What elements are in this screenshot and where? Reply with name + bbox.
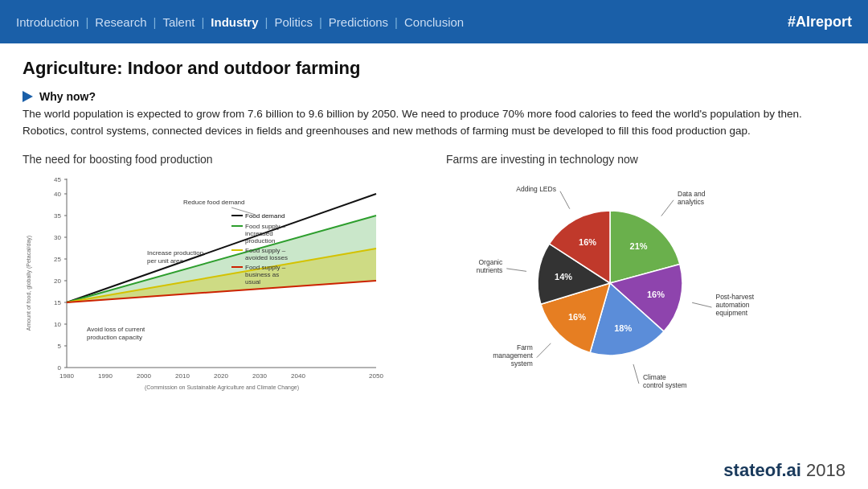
svg-text:business as: business as <box>245 271 279 278</box>
svg-text:2000: 2000 <box>137 372 151 380</box>
svg-text:2030: 2030 <box>252 372 267 380</box>
svg-text:control system: control system <box>642 381 686 389</box>
svg-text:10: 10 <box>54 321 61 328</box>
svg-text:usual: usual <box>245 278 260 286</box>
svg-text:2020: 2020 <box>214 372 228 380</box>
svg-text:production capacity: production capacity <box>87 334 142 341</box>
svg-text:14%: 14% <box>555 272 572 281</box>
svg-text:16%: 16% <box>567 312 585 322</box>
svg-text:0: 0 <box>58 364 62 372</box>
svg-text:nutrients: nutrients <box>476 266 502 274</box>
svg-text:2050: 2050 <box>369 372 383 380</box>
pie-chart: 21%Data andanalytics16%Post-harvestautom… <box>446 171 845 404</box>
svg-text:25: 25 <box>54 256 61 263</box>
page-title: Agriculture: Indoor and outdoor farming <box>23 58 845 79</box>
svg-text:Climate: Climate <box>642 373 665 381</box>
nav-politics[interactable]: Politics <box>274 15 313 29</box>
svg-text:45: 45 <box>54 176 61 183</box>
pie-chart-svg: 21%Data andanalytics16%Post-harvestautom… <box>449 175 843 400</box>
svg-text:Amount of food, globally (Peta: Amount of food, globally (Petacal/day) <box>26 236 32 331</box>
svg-text:avoided losses: avoided losses <box>245 254 288 261</box>
line-chart: 0 5 10 15 20 25 30 35 40 <box>23 171 422 404</box>
svg-text:18%: 18% <box>614 323 632 333</box>
main-content: Agriculture: Indoor and outdoor farming … <box>0 43 868 412</box>
line-chart-svg: 0 5 10 15 20 25 30 35 40 <box>23 171 408 400</box>
svg-line-80 <box>559 191 569 209</box>
nav-introduction[interactable]: Introduction <box>16 15 79 29</box>
svg-text:1990: 1990 <box>98 372 113 380</box>
svg-text:Food supply –: Food supply – <box>245 264 286 271</box>
svg-text:30: 30 <box>54 234 61 241</box>
svg-text:2010: 2010 <box>175 372 190 380</box>
svg-text:Food demand: Food demand <box>245 212 285 220</box>
charts-row: The need for boosting food production 0 … <box>23 153 845 404</box>
hashtag-brand: #AIreport <box>788 14 852 31</box>
svg-text:Food supply –: Food supply – <box>245 247 286 254</box>
svg-line-71 <box>536 343 551 358</box>
svg-text:5: 5 <box>58 343 62 350</box>
footer-brand: stateof.ai 2018 <box>723 460 845 481</box>
topbar: Introduction | Research | Talent | Indus… <box>0 0 868 43</box>
svg-text:analytics: analytics <box>678 198 704 206</box>
svg-text:Farm: Farm <box>516 343 532 351</box>
pie-chart-container: Farms are investing in technology now 21… <box>446 153 845 404</box>
why-now-label: Why now? <box>39 90 96 103</box>
svg-text:per unit area: per unit area <box>147 257 183 265</box>
svg-text:production: production <box>245 237 275 244</box>
svg-text:equipment: equipment <box>715 309 747 317</box>
nav-talent[interactable]: Talent <box>162 15 194 29</box>
svg-text:Data and: Data and <box>678 190 706 198</box>
svg-text:Post-harvest: Post-harvest <box>715 293 754 301</box>
line-chart-title: The need for boosting food production <box>23 153 422 166</box>
svg-text:21%: 21% <box>629 240 647 250</box>
svg-rect-50 <box>231 249 243 251</box>
svg-text:increased: increased <box>245 230 273 237</box>
nav-industry[interactable]: Industry <box>211 15 258 29</box>
line-chart-container: The need for boosting food production 0 … <box>23 153 422 404</box>
svg-line-67 <box>633 364 639 384</box>
svg-text:20: 20 <box>54 277 61 285</box>
svg-line-58 <box>661 200 673 216</box>
svg-text:Food supply –: Food supply – <box>245 223 286 230</box>
svg-text:16%: 16% <box>579 236 596 246</box>
svg-text:Reduce food demand: Reduce food demand <box>183 199 245 206</box>
nav-predictions[interactable]: Predictions <box>329 15 388 29</box>
svg-text:1980: 1980 <box>59 372 74 380</box>
body-text: The world population is expected to grow… <box>23 106 834 140</box>
svg-rect-44 <box>231 215 243 216</box>
pie-chart-title: Farms are investing in technology now <box>446 153 845 166</box>
svg-line-76 <box>506 269 526 271</box>
svg-line-62 <box>692 302 711 307</box>
nav-conclusion[interactable]: Conclusion <box>404 15 464 29</box>
svg-text:40: 40 <box>54 191 61 198</box>
why-now-section: Why now? The world population is expecte… <box>23 90 845 140</box>
navigation: Introduction | Research | Talent | Indus… <box>16 15 464 29</box>
svg-text:management: management <box>493 351 533 359</box>
svg-text:system: system <box>510 359 532 367</box>
svg-text:2040: 2040 <box>291 372 305 380</box>
svg-rect-46 <box>231 225 243 227</box>
svg-text:Increase production: Increase production <box>147 249 203 257</box>
nav-research[interactable]: Research <box>95 15 146 29</box>
svg-text:Adding LEDs: Adding LEDs <box>516 185 556 193</box>
svg-text:15: 15 <box>54 299 61 306</box>
svg-text:16%: 16% <box>646 289 664 298</box>
svg-rect-53 <box>231 266 243 268</box>
svg-text:Avoid loss of current: Avoid loss of current <box>87 326 145 333</box>
svg-text:(Commission on Sustainable Agr: (Commission on Sustainable Agriculture a… <box>145 384 299 391</box>
svg-text:35: 35 <box>54 212 61 220</box>
svg-text:automation: automation <box>715 301 749 309</box>
triangle-icon <box>23 91 33 102</box>
svg-text:Organic: Organic <box>478 258 503 266</box>
